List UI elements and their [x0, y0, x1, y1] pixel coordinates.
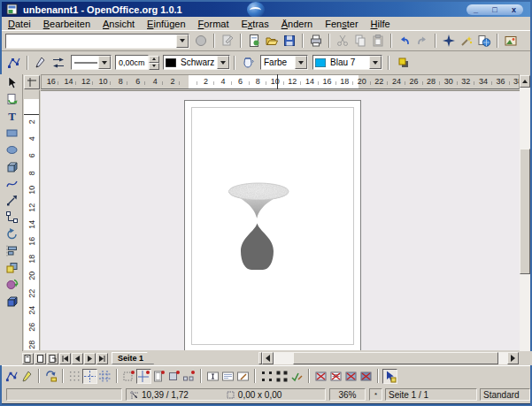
line-style-dropdown[interactable] — [98, 56, 111, 69]
line-dialog-button[interactable] — [32, 55, 50, 71]
rotate-tool[interactable] — [2, 226, 21, 242]
snap-to-page-margins-button[interactable] — [151, 369, 166, 384]
snap-to-object-frame-button[interactable] — [166, 369, 181, 384]
status-zoom-field[interactable]: 36% — [329, 388, 366, 401]
layer-mode-button[interactable] — [47, 353, 58, 364]
vertical-scroll-thumb[interactable] — [520, 149, 530, 274]
new-document-button[interactable] — [245, 33, 263, 49]
vertical-ruler[interactable]: 246810121416182022242628 — [24, 90, 40, 350]
first-page-button[interactable] — [59, 353, 71, 364]
horizontal-scrollbar[interactable] — [262, 352, 519, 364]
page-mode-button[interactable] — [22, 353, 34, 364]
grid-visible-button[interactable] — [67, 369, 82, 384]
page-tab[interactable]: Seite 1 — [112, 352, 154, 364]
snap-to-object-points-button[interactable] — [181, 369, 197, 384]
scroll-up-button[interactable] — [520, 75, 530, 88]
close-button[interactable]: x — [512, 5, 516, 14]
quick-edit-button[interactable] — [205, 369, 220, 384]
menu-hilfe[interactable]: Hilfe — [365, 18, 397, 30]
previous-page-button[interactable] — [72, 353, 83, 364]
alignment-tool[interactable] — [2, 242, 21, 259]
rectangle-tool[interactable] — [2, 125, 21, 142]
spin-down-button[interactable] — [149, 63, 159, 70]
menu-datei[interactable]: Datei — [2, 18, 37, 30]
cut-button[interactable] — [334, 33, 351, 49]
edit-points-button[interactable] — [5, 55, 23, 71]
ellipse-tool[interactable] — [2, 142, 21, 158]
double-click-edit-text-button[interactable] — [235, 369, 251, 384]
menu-aendern[interactable]: Ändern — [275, 18, 320, 30]
spin-up-button[interactable] — [149, 56, 159, 63]
curve-tool[interactable] — [2, 175, 21, 192]
menu-bearbeiten[interactable]: Bearbeiten — [37, 18, 96, 30]
line-style-combobox[interactable] — [71, 55, 112, 70]
large-handles-button[interactable] — [274, 369, 289, 384]
line-color-dropdown[interactable] — [217, 56, 229, 69]
arrange-tool[interactable] — [2, 259, 21, 276]
line-width-spinner[interactable]: 0,00cm — [115, 55, 149, 70]
vertical-scrollbar[interactable] — [520, 75, 530, 364]
master-mode-button[interactable] — [35, 353, 46, 364]
fill-style-combobox[interactable]: Farbe — [260, 55, 308, 70]
snap-to-grid-button[interactable] — [121, 369, 136, 384]
fill-style-dropdown[interactable] — [295, 56, 307, 69]
3d-objects-tool[interactable] — [2, 158, 21, 175]
paste-button[interactable] — [369, 33, 387, 49]
navigator-button[interactable] — [440, 33, 458, 49]
hyperlink-button[interactable] — [475, 33, 493, 49]
direct-selection-button[interactable] — [382, 369, 397, 384]
edit-file-button[interactable] — [219, 33, 236, 49]
placeholder-gradient-button[interactable] — [343, 369, 359, 384]
line-color-combobox[interactable]: Schwarz — [163, 55, 230, 70]
select-tool[interactable] — [2, 74, 21, 91]
cone-3d-object[interactable] — [228, 183, 289, 218]
fill-color-dropdown[interactable] — [369, 56, 382, 69]
last-page-button[interactable] — [96, 353, 108, 364]
menu-extras[interactable]: Extras — [235, 18, 274, 30]
placeholder-graphics-button[interactable] — [313, 369, 328, 384]
effects-tool[interactable] — [2, 276, 21, 293]
horizontal-ruler[interactable]: 161412108642 246810121416182022242628303… — [41, 74, 520, 89]
open-button[interactable] — [263, 33, 281, 49]
scroll-right-button[interactable] — [507, 352, 519, 364]
fill-color-combobox[interactable]: Blau 7 — [312, 55, 382, 70]
menu-ansicht[interactable]: Ansicht — [96, 18, 141, 30]
ruler-origin-button[interactable] — [24, 75, 40, 89]
line-ends-button[interactable] — [50, 55, 67, 71]
line-width-value[interactable]: 0,00cm — [116, 58, 148, 67]
guides-when-moving-button[interactable] — [97, 369, 112, 384]
3d-controller-tool[interactable] — [2, 293, 21, 310]
print-button[interactable] — [307, 33, 325, 49]
snap-lines-visible-button[interactable] — [82, 369, 97, 384]
snap-to-snap-lines-button[interactable] — [136, 369, 151, 384]
handles-detail-button[interactable] — [289, 369, 305, 384]
next-page-button[interactable] — [84, 353, 96, 364]
connector-tool[interactable] — [2, 209, 21, 226]
url-dropdown-button[interactable] — [176, 34, 189, 48]
fill-color-value[interactable]: Blau 7 — [328, 57, 369, 67]
edit-points-mode-button[interactable] — [4, 369, 19, 384]
lines-arrows-tool[interactable] — [2, 192, 21, 209]
stop-button[interactable] — [192, 33, 210, 49]
stylist-button[interactable] — [458, 33, 475, 49]
text-tool[interactable]: T — [2, 108, 21, 125]
simple-handles-button[interactable] — [259, 369, 274, 384]
redo-button[interactable] — [413, 33, 431, 49]
drop-3d-object[interactable] — [241, 224, 274, 271]
rotation-mode-button[interactable] — [43, 369, 58, 384]
undo-button[interactable] — [396, 33, 413, 49]
maximize-button[interactable]: □ — [492, 5, 497, 14]
gallery-button[interactable] — [502, 33, 520, 49]
glue-points-mode-button[interactable] — [19, 369, 35, 384]
fill-style-value[interactable]: Farbe — [261, 57, 295, 67]
scroll-left-button[interactable] — [262, 352, 274, 364]
copy-button[interactable] — [351, 33, 369, 49]
save-button[interactable] — [281, 33, 298, 49]
minimize-button[interactable]: _ — [474, 5, 478, 14]
line-color-value[interactable]: Schwarz — [178, 57, 217, 67]
title-bar[interactable]: unbenannt1 - OpenOffice.org 1.0.1 _ □ x — [2, 2, 530, 17]
area-dialog-button[interactable] — [239, 55, 257, 71]
horizontal-scroll-thumb[interactable] — [293, 352, 498, 364]
select-text-area-only-button[interactable] — [220, 369, 235, 384]
placeholder-text-button[interactable] — [328, 369, 343, 384]
